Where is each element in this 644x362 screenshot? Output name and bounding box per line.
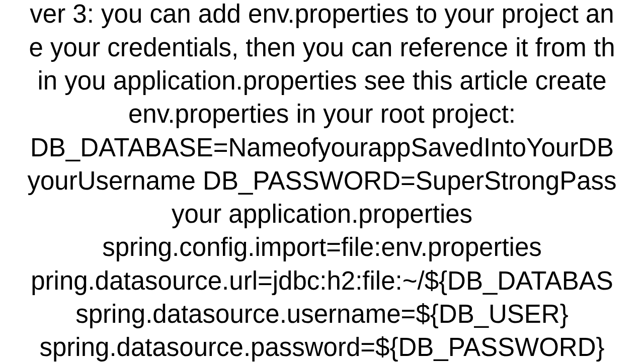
document-text: ver 3: you can add env.properties to you…: [0, 0, 644, 362]
